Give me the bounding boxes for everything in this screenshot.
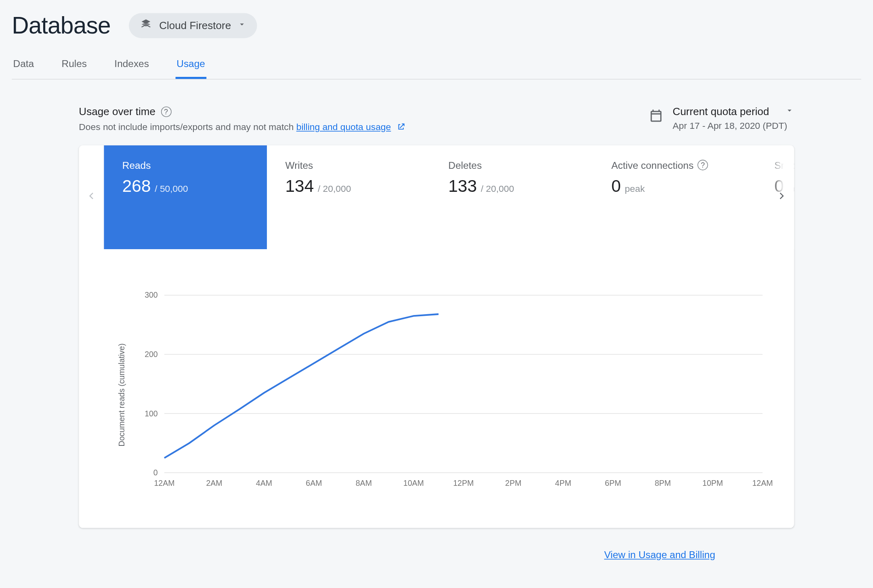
- firestore-icon: [139, 18, 153, 34]
- external-link-icon: [396, 122, 405, 133]
- database-selector[interactable]: Cloud Firestore: [129, 13, 257, 38]
- svg-text:12PM: 12PM: [453, 479, 474, 487]
- metric-label: Active connections: [611, 160, 694, 171]
- tab-indexes[interactable]: Indexes: [113, 58, 150, 79]
- metric-label: Writes: [285, 160, 313, 171]
- metric-quota: / 50,000: [155, 183, 188, 194]
- tab-rules[interactable]: Rules: [60, 58, 88, 79]
- billing-link-text: billing and quota usage: [296, 122, 391, 132]
- metric-value: 133: [448, 176, 477, 196]
- metric-quota: peak: [625, 183, 644, 194]
- metric-value: 0: [611, 176, 621, 196]
- svg-text:12AM: 12AM: [154, 479, 175, 487]
- metric-active-connections[interactable]: Active connections?0peak: [593, 145, 756, 249]
- tab-usage[interactable]: Usage: [175, 58, 206, 79]
- metric-value: 134: [285, 176, 314, 196]
- caret-down-icon: [785, 106, 794, 118]
- svg-text:10AM: 10AM: [403, 479, 424, 487]
- metric-value: 268: [122, 176, 151, 196]
- svg-text:300: 300: [145, 290, 158, 299]
- page-title: Database: [12, 12, 110, 39]
- usage-card: Reads268/ 50,000Writes134/ 20,000Deletes…: [79, 145, 794, 527]
- svg-text:12AM: 12AM: [752, 479, 773, 487]
- svg-text:10PM: 10PM: [703, 479, 723, 487]
- help-icon[interactable]: ?: [161, 107, 171, 117]
- metric-label: Deletes: [448, 160, 482, 171]
- svg-text:200: 200: [145, 350, 158, 359]
- svg-text:4AM: 4AM: [256, 479, 272, 487]
- y-axis-label: Document reads (cumulative): [112, 288, 132, 501]
- svg-text:6AM: 6AM: [306, 479, 322, 487]
- svg-text:6PM: 6PM: [605, 479, 621, 487]
- metric-deletes[interactable]: Deletes133/ 20,000: [430, 145, 593, 249]
- scroll-right-button[interactable]: [769, 145, 794, 249]
- svg-text:100: 100: [145, 409, 158, 418]
- usage-subtitle-text: Does not include imports/exports and may…: [79, 122, 296, 132]
- database-selector-label: Cloud Firestore: [159, 20, 231, 32]
- usage-chart: 010020030012AM2AM4AM6AM8AM10AM12PM2PM4PM…: [132, 288, 776, 499]
- svg-text:2PM: 2PM: [505, 479, 521, 487]
- usage-subtitle: Does not include imports/exports and may…: [79, 122, 405, 133]
- help-icon[interactable]: ?: [697, 160, 708, 170]
- usage-title: Usage over time: [79, 106, 155, 118]
- metric-quota: / 20,000: [481, 183, 514, 194]
- metric-reads[interactable]: Reads268/ 50,000: [104, 145, 267, 249]
- chevron-left-icon: [86, 190, 97, 204]
- scroll-left-button[interactable]: [79, 145, 104, 249]
- view-usage-billing-link[interactable]: View in Usage and Billing: [604, 549, 715, 560]
- chevron-right-icon: [776, 190, 787, 204]
- svg-text:4PM: 4PM: [555, 479, 571, 487]
- period-range: Apr 17 - Apr 18, 2020 (PDT): [673, 120, 794, 131]
- metric-label: Reads: [122, 160, 151, 171]
- tab-data[interactable]: Data: [12, 58, 35, 79]
- svg-text:2AM: 2AM: [206, 479, 222, 487]
- caret-down-icon: [237, 20, 247, 32]
- metric-quota: / 20,000: [318, 183, 351, 194]
- calendar-icon: [649, 109, 663, 126]
- period-label: Current quota period: [673, 106, 769, 118]
- svg-text:8PM: 8PM: [655, 479, 671, 487]
- tabs: Data Rules Indexes Usage: [12, 58, 861, 80]
- period-selector[interactable]: Current quota period Apr 17 - Apr 18, 20…: [673, 106, 794, 131]
- svg-text:0: 0: [153, 468, 158, 477]
- billing-link[interactable]: billing and quota usage: [296, 122, 391, 132]
- metric-writes[interactable]: Writes134/ 20,000: [267, 145, 430, 249]
- svg-text:8AM: 8AM: [356, 479, 372, 487]
